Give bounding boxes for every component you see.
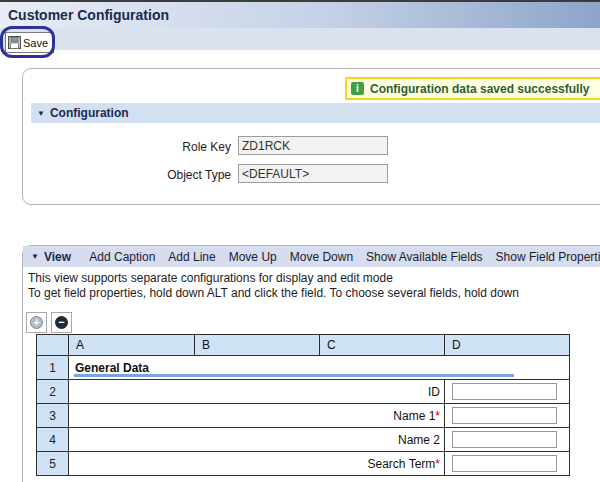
field-label: Name 2 bbox=[398, 433, 440, 447]
column-header-c[interactable]: C bbox=[320, 335, 445, 356]
view-panel: ▼ View Add Caption Add Line Move Up Move… bbox=[22, 245, 600, 482]
row-number[interactable]: 1 bbox=[37, 356, 69, 380]
view-section-title: View bbox=[44, 250, 83, 264]
toolbar: Save bbox=[0, 28, 600, 50]
remove-button[interactable]: − bbox=[51, 312, 72, 333]
view-info-line-2: To get field properties, hold down ALT a… bbox=[28, 286, 519, 301]
row-number[interactable]: 3 bbox=[37, 404, 69, 428]
success-message: i Configuration data saved successfully bbox=[345, 77, 600, 100]
menu-move-down[interactable]: Move Down bbox=[290, 250, 353, 264]
row-number[interactable]: 5 bbox=[37, 452, 69, 476]
grid-caption-row: 1 General Data bbox=[37, 356, 570, 380]
column-header-d[interactable]: D bbox=[445, 335, 570, 356]
field-label: Search Term bbox=[368, 457, 436, 471]
save-label: Save bbox=[23, 37, 48, 49]
caption-underline bbox=[74, 374, 514, 377]
field-label-cell[interactable]: ID bbox=[69, 380, 445, 404]
collapse-icon[interactable]: ▼ bbox=[37, 109, 45, 118]
field-label: Name 1 bbox=[393, 409, 435, 423]
configuration-section-title: Configuration bbox=[50, 106, 129, 120]
grid-field-row: 5 Search Term* bbox=[37, 452, 570, 476]
grid-header-row: A B C D bbox=[37, 335, 570, 356]
remove-icon: − bbox=[55, 316, 68, 329]
required-marker: * bbox=[435, 457, 440, 471]
field-label: ID bbox=[428, 385, 440, 399]
object-type-input[interactable] bbox=[238, 164, 388, 183]
menu-add-caption[interactable]: Add Caption bbox=[89, 250, 155, 264]
field-input-cell bbox=[445, 428, 570, 452]
row-number[interactable]: 4 bbox=[37, 428, 69, 452]
menu-add-line[interactable]: Add Line bbox=[168, 250, 215, 264]
grid-toolbar: + − bbox=[26, 312, 72, 333]
add-icon: + bbox=[30, 316, 43, 329]
view-section-header: ▼ View Add Caption Add Line Move Up Move… bbox=[23, 246, 600, 267]
field-label-cell[interactable]: Name 2 bbox=[69, 428, 445, 452]
message-text: Configuration data saved successfully bbox=[370, 82, 589, 96]
view-instructions: This view supports separate configuratio… bbox=[28, 271, 519, 301]
grid-field-row: 2 ID bbox=[37, 380, 570, 404]
id-input[interactable] bbox=[452, 383, 557, 400]
save-button[interactable]: Save bbox=[5, 32, 54, 53]
search-term-input[interactable] bbox=[452, 455, 557, 472]
field-label-cell[interactable]: Search Term* bbox=[69, 452, 445, 476]
view-info-line-1: This view supports separate configuratio… bbox=[28, 271, 519, 286]
required-marker: * bbox=[435, 409, 440, 423]
save-icon bbox=[8, 36, 21, 49]
configuration-grid: A B C D 1 General Data 2 ID 3 Name 1* bbox=[36, 334, 570, 476]
view-toolbar: Add Caption Add Line Move Up Move Down S… bbox=[89, 250, 600, 264]
column-header-a[interactable]: A bbox=[69, 335, 195, 356]
collapse-icon[interactable]: ▼ bbox=[31, 252, 39, 261]
field-label-cell[interactable]: Name 1* bbox=[69, 404, 445, 428]
field-input-cell bbox=[445, 380, 570, 404]
field-input-cell bbox=[445, 404, 570, 428]
grid-field-row: 3 Name 1* bbox=[37, 404, 570, 428]
caption-text: General Data bbox=[75, 361, 149, 375]
configuration-section-header[interactable]: ▼ Configuration bbox=[31, 103, 600, 123]
role-key-input[interactable] bbox=[238, 136, 388, 155]
caption-cell[interactable]: General Data bbox=[69, 356, 570, 380]
menu-show-available-fields[interactable]: Show Available Fields bbox=[366, 250, 483, 264]
name1-input[interactable] bbox=[452, 407, 557, 424]
role-key-label: Role Key bbox=[23, 140, 231, 154]
menu-show-field-properties[interactable]: Show Field Properties bbox=[496, 250, 600, 264]
add-button[interactable]: + bbox=[26, 312, 47, 333]
field-input-cell bbox=[445, 452, 570, 476]
object-type-label: Object Type bbox=[23, 168, 231, 182]
column-header-b[interactable]: B bbox=[195, 335, 320, 356]
menu-move-up[interactable]: Move Up bbox=[229, 250, 277, 264]
row-number[interactable]: 2 bbox=[37, 380, 69, 404]
corner-cell bbox=[37, 335, 69, 356]
page-title: Customer Configuration bbox=[8, 7, 169, 23]
page: Customer Configuration Save ▼ Configurat… bbox=[0, 0, 600, 482]
info-icon: i bbox=[351, 82, 364, 95]
grid-field-row: 4 Name 2 bbox=[37, 428, 570, 452]
title-bar: Customer Configuration bbox=[0, 2, 600, 28]
name2-input[interactable] bbox=[452, 431, 557, 448]
